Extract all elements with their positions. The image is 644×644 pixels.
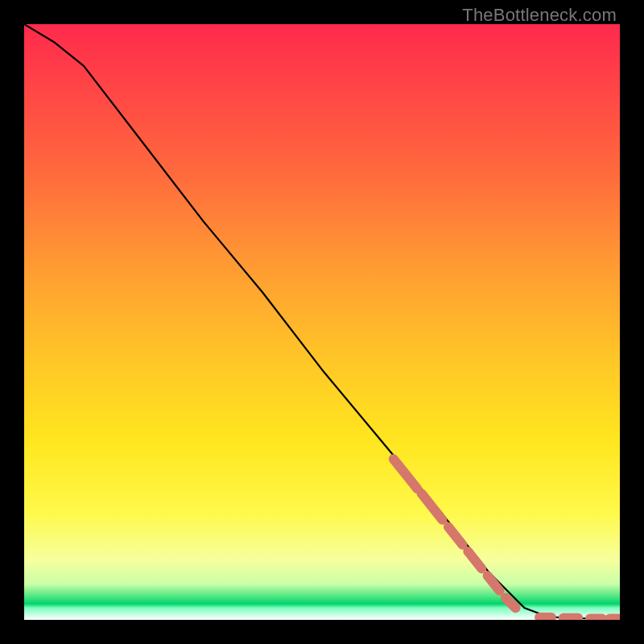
watermark-label: TheBottleneck.com bbox=[462, 5, 617, 26]
highlight-dash bbox=[506, 598, 516, 609]
highlight-dash bbox=[468, 551, 481, 569]
highlight-dash bbox=[422, 493, 443, 520]
highlight-dashes bbox=[394, 459, 619, 618]
highlight-dash bbox=[488, 576, 500, 591]
highlight-dash bbox=[394, 459, 418, 489]
main-curve bbox=[24, 24, 620, 619]
chart-stage: TheBottleneck.com bbox=[0, 0, 644, 644]
chart-overlay bbox=[24, 24, 620, 620]
highlight-dash bbox=[448, 527, 463, 545]
